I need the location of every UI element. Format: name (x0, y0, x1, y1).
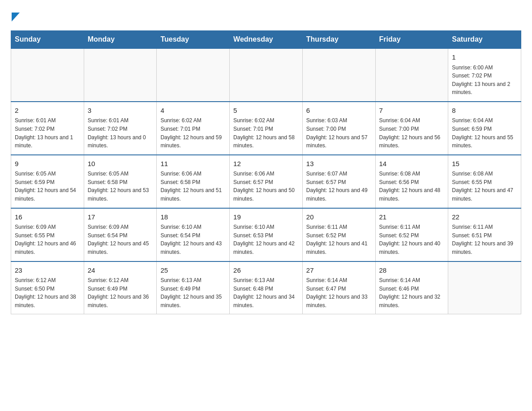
day-info: Sunrise: 6:05 AM Sunset: 6:59 PM Dayligh… (15, 170, 80, 203)
calendar-cell (448, 261, 521, 314)
day-info: Sunrise: 6:12 AM Sunset: 6:49 PM Dayligh… (88, 276, 153, 309)
calendar-cell (302, 48, 375, 102)
day-info: Sunrise: 6:09 AM Sunset: 6:54 PM Dayligh… (88, 223, 153, 256)
day-info: Sunrise: 6:02 AM Sunset: 7:01 PM Dayligh… (160, 116, 226, 150)
column-header-saturday: Saturday (448, 31, 521, 49)
calendar-cell: 6Sunrise: 6:03 AM Sunset: 7:00 PM Daylig… (302, 102, 375, 155)
day-number: 4 (160, 106, 226, 116)
calendar-cell: 19Sunrise: 6:10 AM Sunset: 6:53 PM Dayli… (230, 208, 303, 261)
week-row-4: 16Sunrise: 6:09 AM Sunset: 6:55 PM Dayli… (11, 208, 521, 261)
column-header-monday: Monday (84, 31, 157, 49)
day-info: Sunrise: 6:10 AM Sunset: 6:53 PM Dayligh… (233, 223, 299, 256)
calendar-cell: 12Sunrise: 6:06 AM Sunset: 6:57 PM Dayli… (230, 155, 303, 208)
day-number: 3 (88, 106, 153, 116)
calendar-cell: 27Sunrise: 6:14 AM Sunset: 6:47 PM Dayli… (302, 261, 375, 314)
day-info: Sunrise: 6:11 AM Sunset: 6:51 PM Dayligh… (452, 223, 517, 256)
day-info: Sunrise: 6:13 AM Sunset: 6:48 PM Dayligh… (233, 276, 299, 309)
day-info: Sunrise: 6:09 AM Sunset: 6:55 PM Dayligh… (15, 223, 80, 256)
logo-triangle-icon (12, 13, 20, 21)
day-info: Sunrise: 6:11 AM Sunset: 6:52 PM Dayligh… (379, 223, 445, 256)
column-header-wednesday: Wednesday (230, 31, 303, 49)
calendar-cell: 20Sunrise: 6:11 AM Sunset: 6:52 PM Dayli… (302, 208, 375, 261)
calendar-cell: 10Sunrise: 6:05 AM Sunset: 6:58 PM Dayli… (84, 155, 157, 208)
day-number: 9 (15, 159, 80, 169)
calendar-cell: 11Sunrise: 6:06 AM Sunset: 6:58 PM Dayli… (157, 155, 230, 208)
calendar-cell: 24Sunrise: 6:12 AM Sunset: 6:49 PM Dayli… (84, 261, 157, 314)
day-number: 16 (15, 212, 80, 223)
calendar-cell: 14Sunrise: 6:08 AM Sunset: 6:56 PM Dayli… (375, 155, 448, 208)
page-header (11, 11, 521, 21)
day-info: Sunrise: 6:04 AM Sunset: 7:00 PM Dayligh… (379, 116, 445, 150)
day-number: 7 (379, 106, 445, 116)
day-info: Sunrise: 6:01 AM Sunset: 7:02 PM Dayligh… (15, 116, 80, 150)
week-row-3: 9Sunrise: 6:05 AM Sunset: 6:59 PM Daylig… (11, 155, 521, 208)
day-number: 17 (88, 212, 153, 223)
calendar-cell: 9Sunrise: 6:05 AM Sunset: 6:59 PM Daylig… (11, 155, 84, 208)
day-number: 8 (452, 106, 517, 116)
calendar-cell: 25Sunrise: 6:13 AM Sunset: 6:49 PM Dayli… (157, 261, 230, 314)
day-info: Sunrise: 6:07 AM Sunset: 6:57 PM Dayligh… (306, 170, 372, 203)
calendar-cell: 21Sunrise: 6:11 AM Sunset: 6:52 PM Dayli… (375, 208, 448, 261)
day-number: 5 (233, 106, 299, 116)
calendar-cell: 3Sunrise: 6:01 AM Sunset: 7:02 PM Daylig… (84, 102, 157, 155)
calendar-cell: 1Sunrise: 6:00 AM Sunset: 7:02 PM Daylig… (448, 48, 521, 102)
week-row-5: 23Sunrise: 6:12 AM Sunset: 6:50 PM Dayli… (11, 261, 521, 314)
week-row-2: 2Sunrise: 6:01 AM Sunset: 7:02 PM Daylig… (11, 102, 521, 155)
day-number: 13 (306, 159, 372, 169)
day-number: 24 (88, 265, 153, 276)
day-number: 18 (160, 212, 226, 223)
day-info: Sunrise: 6:08 AM Sunset: 6:56 PM Dayligh… (379, 170, 445, 203)
day-info: Sunrise: 6:08 AM Sunset: 6:55 PM Dayligh… (452, 170, 517, 203)
week-row-1: 1Sunrise: 6:00 AM Sunset: 7:02 PM Daylig… (11, 48, 521, 102)
day-info: Sunrise: 6:01 AM Sunset: 7:02 PM Dayligh… (88, 116, 153, 150)
column-header-thursday: Thursday (302, 31, 375, 49)
day-number: 19 (233, 212, 299, 223)
calendar-cell: 17Sunrise: 6:09 AM Sunset: 6:54 PM Dayli… (84, 208, 157, 261)
day-number: 15 (452, 159, 517, 169)
calendar-cell (11, 48, 84, 102)
calendar-cell: 18Sunrise: 6:10 AM Sunset: 6:54 PM Dayli… (157, 208, 230, 261)
day-number: 28 (379, 265, 445, 276)
day-number: 10 (88, 159, 153, 169)
day-number: 1 (452, 52, 517, 63)
day-number: 14 (379, 159, 445, 169)
day-info: Sunrise: 6:06 AM Sunset: 6:57 PM Dayligh… (233, 170, 299, 203)
day-number: 27 (306, 265, 372, 276)
calendar-cell (230, 48, 303, 102)
day-info: Sunrise: 6:10 AM Sunset: 6:54 PM Dayligh… (160, 223, 226, 256)
calendar-cell: 28Sunrise: 6:14 AM Sunset: 6:46 PM Dayli… (375, 261, 448, 314)
calendar-cell: 15Sunrise: 6:08 AM Sunset: 6:55 PM Dayli… (448, 155, 521, 208)
logo (11, 11, 20, 21)
day-number: 12 (233, 159, 299, 169)
day-info: Sunrise: 6:03 AM Sunset: 7:00 PM Dayligh… (306, 116, 372, 150)
day-info: Sunrise: 6:14 AM Sunset: 6:47 PM Dayligh… (306, 276, 372, 309)
calendar-cell: 13Sunrise: 6:07 AM Sunset: 6:57 PM Dayli… (302, 155, 375, 208)
calendar-header-row: SundayMondayTuesdayWednesdayThursdayFrid… (11, 31, 521, 49)
day-number: 2 (15, 106, 80, 116)
day-number: 26 (233, 265, 299, 276)
calendar-cell: 8Sunrise: 6:04 AM Sunset: 6:59 PM Daylig… (448, 102, 521, 155)
column-header-tuesday: Tuesday (157, 31, 230, 49)
calendar-cell (157, 48, 230, 102)
calendar-table: SundayMondayTuesdayWednesdayThursdayFrid… (11, 30, 521, 314)
day-info: Sunrise: 6:14 AM Sunset: 6:46 PM Dayligh… (379, 276, 445, 309)
day-number: 22 (452, 212, 517, 223)
day-info: Sunrise: 6:11 AM Sunset: 6:52 PM Dayligh… (306, 223, 372, 256)
day-info: Sunrise: 6:12 AM Sunset: 6:50 PM Dayligh… (15, 276, 80, 309)
day-info: Sunrise: 6:06 AM Sunset: 6:58 PM Dayligh… (160, 170, 226, 203)
day-number: 23 (15, 265, 80, 276)
calendar-cell: 7Sunrise: 6:04 AM Sunset: 7:00 PM Daylig… (375, 102, 448, 155)
day-info: Sunrise: 6:02 AM Sunset: 7:01 PM Dayligh… (233, 116, 299, 150)
calendar-cell: 26Sunrise: 6:13 AM Sunset: 6:48 PM Dayli… (230, 261, 303, 314)
day-number: 20 (306, 212, 372, 223)
calendar-cell (84, 48, 157, 102)
calendar-cell: 22Sunrise: 6:11 AM Sunset: 6:51 PM Dayli… (448, 208, 521, 261)
day-info: Sunrise: 6:00 AM Sunset: 7:02 PM Dayligh… (452, 64, 517, 97)
calendar-cell: 16Sunrise: 6:09 AM Sunset: 6:55 PM Dayli… (11, 208, 84, 261)
calendar-cell (375, 48, 448, 102)
column-header-sunday: Sunday (11, 31, 84, 49)
day-number: 11 (160, 159, 226, 169)
calendar-cell: 2Sunrise: 6:01 AM Sunset: 7:02 PM Daylig… (11, 102, 84, 155)
day-info: Sunrise: 6:05 AM Sunset: 6:58 PM Dayligh… (88, 170, 153, 203)
calendar-cell: 4Sunrise: 6:02 AM Sunset: 7:01 PM Daylig… (157, 102, 230, 155)
